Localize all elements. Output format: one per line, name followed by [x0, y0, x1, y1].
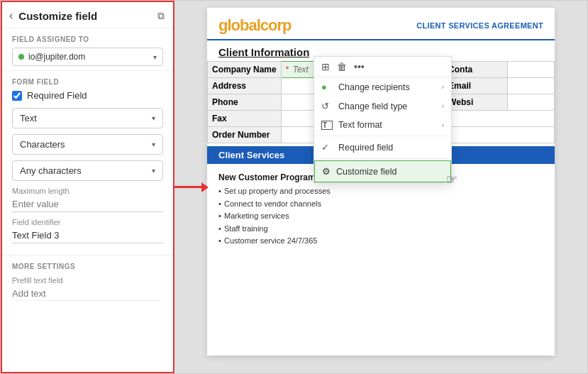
website-value[interactable]	[508, 94, 555, 111]
text-format-icon: T	[321, 121, 333, 130]
text-format-item[interactable]: T Text format ›	[314, 116, 451, 134]
service-list: Set up property and processes Connect to…	[218, 185, 543, 248]
field-assigned-dropdown[interactable]: io@jupiter.dom ▾	[12, 48, 163, 66]
toolbar-more-icon[interactable]: •••	[354, 61, 365, 72]
context-menu: ⊞ 🗑 ••• ● Change recipients › ↺ Change f…	[314, 56, 452, 183]
characters-dropdown[interactable]: Characters ▾	[12, 134, 163, 155]
characters-value: Characters	[20, 139, 152, 150]
chevron-right-icon: ›	[442, 83, 444, 91]
logo: globalcorp	[218, 16, 291, 35]
logo-text2: corp	[260, 16, 292, 34]
prefill-input[interactable]	[12, 287, 163, 301]
list-item: Set up property and processes	[218, 185, 543, 198]
right-panel: globalcorp CLIENT SERVICES AGREEMENT Cli…	[174, 1, 587, 373]
max-length-group: Maximum length	[12, 187, 163, 212]
field-assigned-label: FIELD ASSIGNED TO	[12, 35, 163, 43]
list-item: Staff training	[218, 223, 543, 236]
copy-icon[interactable]: ⧉	[157, 10, 165, 22]
required-field-checkbox[interactable]	[12, 91, 22, 101]
context-divider	[314, 158, 451, 159]
text-type-value: Text	[20, 113, 152, 123]
chevron-down-icon: ▾	[153, 53, 157, 61]
field-assigned-section: FIELD ASSIGNED TO io@jupiter.dom ▾	[2, 28, 173, 71]
left-panel: ‹ Customize field ⧉ FIELD ASSIGNED TO io…	[1, 1, 174, 373]
service-col-1: New Customer Program Set up property and…	[218, 172, 543, 248]
list-item: Connect to vendor channels	[218, 198, 543, 211]
website-label: Websi	[444, 94, 508, 111]
context-divider	[314, 136, 451, 136]
any-characters-dropdown[interactable]: Any characters ▾	[12, 160, 163, 181]
recipients-dot-icon: ●	[321, 82, 333, 92]
text-format-label: Text format	[338, 120, 382, 130]
required-field-label: Required field	[338, 143, 393, 153]
customize-field-icon: ⚙	[322, 166, 331, 177]
max-length-label: Maximum length	[12, 187, 163, 195]
more-settings-section: MORE SETTINGS Prefill text field	[2, 255, 173, 308]
required-field-row: Required Field	[12, 90, 163, 101]
form-field-section: FORM FIELD Required Field Text ▾ Charact…	[2, 71, 173, 255]
change-recipients-item[interactable]: ● Change recipients ›	[314, 77, 451, 97]
phone-label: Phone	[208, 94, 282, 111]
back-button[interactable]: ‹	[9, 9, 13, 22]
address-label: Address	[208, 78, 282, 94]
app-container: ‹ Customize field ⧉ FIELD ASSIGNED TO io…	[0, 0, 588, 374]
any-characters-value: Any characters	[20, 165, 152, 176]
company-name-value: Text	[293, 65, 309, 75]
panel-title: Customize field	[18, 10, 97, 22]
fax-label: Fax	[208, 111, 282, 127]
email-value[interactable]	[508, 78, 555, 94]
company-name-label: Company Name	[208, 62, 282, 78]
field-identifier-input[interactable]	[12, 228, 163, 243]
client-services-title: Client Services	[218, 150, 284, 160]
chevron-right-icon: ›	[442, 102, 444, 110]
contact-value[interactable]	[508, 62, 555, 78]
toolbar-grid-icon[interactable]: ⊞	[321, 61, 330, 72]
change-field-type-label: Change field type	[338, 101, 407, 111]
customize-field-item[interactable]: ⚙ Customize field ☞	[314, 160, 451, 182]
doc-subtitle: CLIENT SERVICES AGREEMENT	[416, 21, 543, 30]
context-toolbar: ⊞ 🗑 •••	[314, 57, 451, 77]
text-type-dropdown[interactable]: Text ▾	[12, 108, 163, 128]
chevron-down-icon: ▾	[152, 141, 155, 148]
list-item: Customer service 24/7/365	[218, 235, 543, 248]
form-field-label: FORM FIELD	[12, 78, 163, 86]
chevron-down-icon: ▾	[152, 167, 155, 175]
change-recipients-label: Change recipients	[338, 82, 410, 92]
document: globalcorp CLIENT SERVICES AGREEMENT Cli…	[207, 8, 555, 356]
document-wrapper: globalcorp CLIENT SERVICES AGREEMENT Cli…	[174, 1, 587, 373]
logo-text1: global	[218, 16, 260, 34]
more-settings-label: MORE SETTINGS	[12, 263, 163, 270]
required-field-checkbox-label: Required Field	[27, 90, 87, 101]
field-identifier-group: Field identifier	[12, 218, 163, 243]
change-field-type-item[interactable]: ↺ Change field type ›	[314, 97, 451, 116]
doc-header: globalcorp CLIENT SERVICES AGREEMENT	[207, 8, 555, 40]
order-number-label: Order Number	[208, 127, 282, 143]
panel-header: ‹ Customize field ⧉	[2, 2, 173, 28]
max-length-input[interactable]	[12, 197, 163, 212]
field-identifier-label: Field identifier	[12, 218, 163, 226]
chevron-down-icon: ▾	[152, 114, 155, 122]
list-item: Marketing services	[218, 210, 543, 223]
chevron-right-icon: ›	[442, 121, 444, 129]
required-star: *	[286, 65, 289, 75]
toolbar-delete-icon[interactable]: 🗑	[337, 61, 347, 72]
check-icon: ✓	[321, 142, 333, 153]
prefill-label: Prefill text field	[12, 276, 163, 285]
required-field-item[interactable]: ✓ Required field	[314, 138, 451, 157]
field-assigned-value: io@jupiter.dom	[28, 52, 153, 62]
customize-field-label: Customize field	[336, 167, 396, 177]
email-label: Email	[444, 78, 508, 94]
change-field-icon: ↺	[321, 101, 333, 111]
contact-label: Conta	[444, 62, 508, 78]
green-dot-icon	[18, 54, 24, 60]
